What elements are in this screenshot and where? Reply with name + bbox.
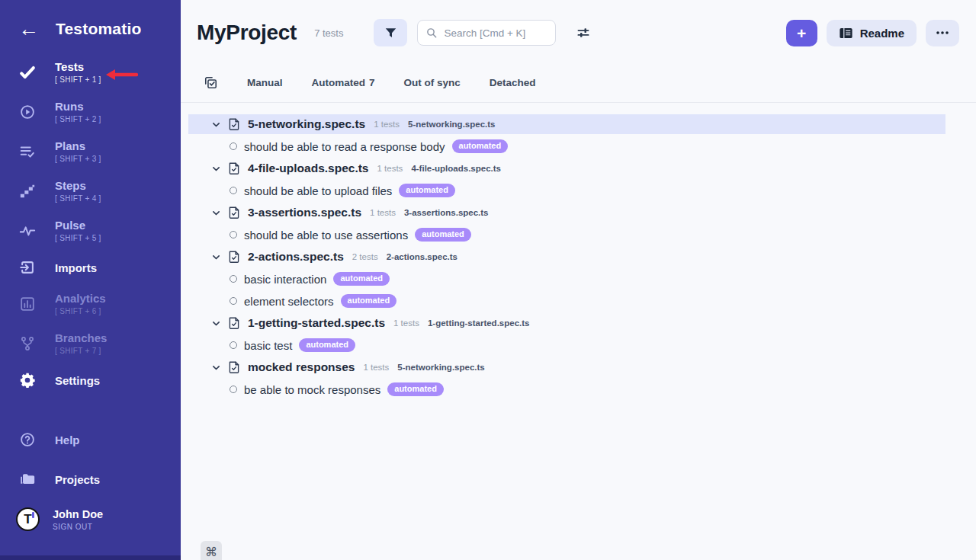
tab-out-of-sync[interactable]: Out of sync	[404, 77, 461, 88]
test-row[interactable]: basic test automated	[188, 335, 946, 355]
test-row[interactable]: should be able to upload files automated	[188, 181, 946, 200]
test-title: basic test	[244, 339, 292, 352]
back-arrow-icon[interactable]: ←	[18, 20, 39, 38]
tab-label: Manual	[247, 77, 283, 88]
tabs-bar: Manual Automated 7 Out of sync Detached	[181, 46, 976, 103]
sidebar-item-analytics[interactable]: Analytics [ SHIFT + 6 ]	[0, 291, 181, 317]
suite-test-count: 1 tests	[374, 120, 400, 129]
test-circle-icon	[230, 341, 237, 349]
suite-test-count: 1 tests	[393, 318, 419, 328]
bar-chart-icon	[18, 295, 37, 313]
sidebar-item-steps[interactable]: Steps [ SHIFT + 4 ]	[0, 178, 181, 204]
sidebar-item-branches[interactable]: Branches [ SHIFT + 7 ]	[0, 331, 181, 357]
user-name: John Doe	[53, 508, 103, 520]
git-branch-icon	[18, 334, 37, 353]
sidebar-item-label: Projects	[55, 473, 100, 486]
command-icon: ⌘	[205, 545, 217, 559]
automated-badge: automated	[341, 294, 397, 308]
chevron-down-icon[interactable]	[211, 208, 221, 218]
folder-icon	[18, 470, 37, 488]
suite-row[interactable]: 2-actions.spec.ts 2 tests 2-actions.spec…	[188, 247, 946, 267]
user-menu[interactable]: T John Doe SIGN OUT	[0, 507, 181, 531]
suite-row[interactable]: mocked responses 1 tests 5-networking.sp…	[188, 357, 946, 377]
test-row[interactable]: be able to mock responses automated	[188, 379, 946, 399]
command-shortcut-button[interactable]: ⌘	[201, 541, 222, 560]
test-row[interactable]: basic interaction automated	[188, 269, 946, 289]
test-circle-icon	[230, 187, 237, 194]
sidebar-item-imports[interactable]: Imports	[0, 258, 181, 277]
suite-file-path: 5-networking.spec.ts	[397, 363, 484, 372]
suite-name: 1-getting-started.spec.ts	[248, 316, 385, 330]
file-check-icon	[228, 117, 240, 131]
sliders-icon	[576, 25, 591, 40]
sign-out-link[interactable]: SIGN OUT	[53, 523, 103, 531]
book-icon	[839, 27, 853, 40]
suite-name: 2-actions.spec.ts	[248, 250, 344, 264]
avatar-letter: T	[24, 512, 31, 527]
sidebar-item-tests[interactable]: Tests [ SHIFT + 1 ]	[0, 59, 181, 85]
tab-detached[interactable]: Detached	[490, 77, 536, 88]
test-list: 5-networking.spec.ts 1 tests 5-networkin…	[181, 103, 976, 402]
suite-file-path: 2-actions.spec.ts	[387, 252, 458, 261]
tab-label: Out of sync	[404, 77, 461, 88]
suite-file-path: 5-networking.spec.ts	[408, 120, 495, 129]
chevron-down-icon[interactable]	[211, 318, 221, 328]
test-title: should be able to upload files	[244, 184, 392, 197]
sidebar-item-settings[interactable]: Settings	[0, 370, 181, 390]
play-circle-icon	[18, 103, 37, 121]
suite-row[interactable]: 1-getting-started.spec.ts 1 tests 1-gett…	[188, 313, 946, 333]
more-options-button[interactable]	[926, 20, 959, 46]
sidebar-item-label: Analytics	[55, 292, 106, 305]
add-button[interactable]: +	[786, 20, 817, 46]
test-title: be able to mock responses	[244, 383, 380, 396]
chevron-down-icon[interactable]	[211, 252, 221, 262]
automated-badge: automated	[333, 272, 390, 286]
suite-row[interactable]: 5-networking.spec.ts 1 tests 5-networkin…	[188, 114, 946, 134]
chevron-down-icon[interactable]	[211, 120, 221, 130]
test-title: basic interaction	[244, 273, 326, 286]
chevron-down-icon[interactable]	[211, 363, 221, 373]
multi-select-icon[interactable]	[204, 75, 218, 90]
test-circle-icon	[230, 142, 237, 150]
automated-badge: automated	[399, 184, 455, 197]
tab-automated[interactable]: Automated 7	[312, 77, 375, 88]
brand-name: Testomatio	[56, 20, 141, 38]
sliders-button[interactable]	[573, 22, 594, 43]
chevron-down-icon[interactable]	[211, 164, 221, 174]
tab-label: Automated	[312, 77, 366, 88]
file-check-icon	[228, 250, 240, 264]
suite-test-count: 1 tests	[370, 208, 396, 217]
tab-label: Detached	[490, 77, 536, 88]
suite-name: 3-assertions.spec.ts	[248, 206, 361, 219]
tab-manual[interactable]: Manual	[247, 77, 283, 88]
file-check-icon	[228, 360, 240, 374]
sidebar-item-runs[interactable]: Runs [ SHIFT + 2 ]	[0, 99, 181, 125]
suite-test-count: 2 tests	[352, 252, 378, 261]
funnel-icon	[384, 26, 398, 40]
test-title: should be able to use assertions	[244, 229, 408, 242]
filter-button[interactable]	[374, 19, 407, 46]
question-circle-icon	[18, 430, 37, 449]
readme-label: Readme	[860, 27, 904, 40]
suite-row[interactable]: 3-assertions.spec.ts 1 tests 3-assertion…	[188, 203, 946, 222]
test-row[interactable]: should be able to use assertions automat…	[188, 225, 946, 245]
sidebar-item-help[interactable]: Help	[0, 430, 181, 450]
search-input[interactable]	[444, 27, 547, 39]
test-row[interactable]: element selectors automated	[188, 291, 946, 311]
sidebar-item-pulse[interactable]: Pulse [ SHIFT + 5 ]	[0, 218, 181, 244]
tests-count: 7 tests	[314, 27, 343, 39]
sidebar-item-label: Plans	[55, 139, 101, 152]
sidebar-nav: Tests [ SHIFT + 1 ] Runs [ SHIFT + 2 ] P…	[0, 59, 181, 531]
avatar-accent-mark	[32, 512, 34, 518]
sidebar-item-plans[interactable]: Plans [ SHIFT + 3 ]	[0, 139, 181, 165]
readme-button[interactable]: Readme	[827, 20, 917, 46]
search-box	[417, 20, 556, 46]
test-row[interactable]: should be able to read a response body a…	[188, 136, 946, 156]
sidebar-item-shortcut: [ SHIFT + 6 ]	[55, 306, 106, 317]
test-circle-icon	[230, 275, 237, 283]
suite-row[interactable]: 4-file-uploads.spec.ts 1 tests 4-file-up…	[188, 158, 946, 178]
avatar: T	[16, 507, 40, 531]
test-circle-icon	[230, 386, 237, 393]
sidebar-item-label: Branches	[55, 331, 107, 344]
sidebar-item-projects[interactable]: Projects	[0, 469, 181, 489]
